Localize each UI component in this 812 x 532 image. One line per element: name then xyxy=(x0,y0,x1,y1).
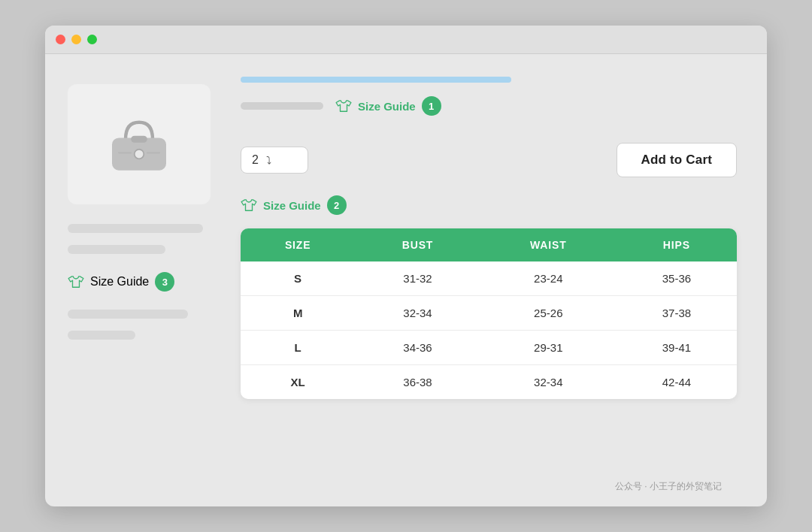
quantity-value: 2 xyxy=(252,153,259,167)
sidebar-size-guide-label: Size Guide xyxy=(90,275,149,289)
app-window: Size Guide 3 Size xyxy=(45,26,767,506)
table-row: S31-3223-2435-36 xyxy=(241,261,737,296)
cell-size: L xyxy=(241,331,355,365)
cell-hips: 37-38 xyxy=(617,296,737,331)
table-row: XL36-3832-3442-44 xyxy=(241,365,737,400)
table-row: L34-3629-3139-41 xyxy=(241,331,737,365)
size-guide-row-2[interactable]: Size Guide 2 xyxy=(241,195,737,215)
svg-point-2 xyxy=(135,150,144,159)
cell-bust: 32-34 xyxy=(355,296,480,331)
tshirt-icon-sidebar xyxy=(68,275,84,289)
cell-waist: 23-24 xyxy=(480,261,617,296)
cell-hips: 42-44 xyxy=(617,365,737,400)
progress-bar xyxy=(241,77,511,83)
maximize-dot[interactable] xyxy=(87,35,97,44)
sidebar: Size Guide 3 xyxy=(68,77,218,484)
skeleton-line xyxy=(241,102,323,110)
product-image xyxy=(68,84,211,204)
cell-size: XL xyxy=(241,365,355,400)
size-guide-label-2: Size Guide xyxy=(263,199,321,212)
cell-size: S xyxy=(241,261,355,296)
cell-hips: 35-36 xyxy=(617,261,737,296)
minimize-dot[interactable] xyxy=(71,35,81,44)
bag-icon xyxy=(105,114,173,174)
size-table: SIZE BUST WAIST HIPS S31-3223-2435-36M32… xyxy=(241,228,737,399)
content-area: Size Guide 3 Size xyxy=(45,54,767,506)
size-guide-badge-2: 2 xyxy=(327,195,347,215)
size-guide-label-1: Size Guide xyxy=(358,100,416,113)
cell-bust: 36-38 xyxy=(355,365,480,400)
size-guide-badge-1: 1 xyxy=(422,96,441,116)
chevron-down-icon: ⤵ xyxy=(266,154,271,166)
placeholder-line-4 xyxy=(68,331,135,340)
tshirt-icon-1 xyxy=(335,99,352,113)
sidebar-size-guide-badge: 3 xyxy=(155,272,174,292)
placeholder-line-2 xyxy=(68,245,165,254)
svg-rect-1 xyxy=(131,136,147,143)
close-dot[interactable] xyxy=(56,35,65,44)
tshirt-icon-2 xyxy=(241,198,257,212)
cell-waist: 29-31 xyxy=(480,331,617,365)
col-header-waist: WAIST xyxy=(480,228,617,261)
action-row: 2 ⤵ Add to Cart xyxy=(241,143,737,177)
cell-waist: 25-26 xyxy=(480,296,617,331)
cell-bust: 34-36 xyxy=(355,331,480,365)
cell-waist: 32-34 xyxy=(480,365,617,400)
cell-hips: 39-41 xyxy=(617,331,737,365)
placeholder-line-1 xyxy=(68,224,203,233)
top-skeleton-row: Size Guide 1 xyxy=(241,96,737,116)
add-to-cart-button[interactable]: Add to Cart xyxy=(617,143,737,177)
col-header-size: SIZE xyxy=(241,228,355,261)
main-content: Size Guide 1 2 ⤵ Add to Cart xyxy=(241,77,737,484)
table-header-row: SIZE BUST WAIST HIPS xyxy=(241,228,737,261)
col-header-hips: HIPS xyxy=(617,228,737,261)
cell-bust: 31-32 xyxy=(355,261,480,296)
cell-size: M xyxy=(241,296,355,331)
sidebar-size-guide[interactable]: Size Guide 3 xyxy=(68,272,218,292)
size-guide-row-1[interactable]: Size Guide 1 xyxy=(335,96,441,116)
titlebar xyxy=(45,26,767,54)
table-row: M32-3425-2637-38 xyxy=(241,296,737,331)
quantity-select[interactable]: 2 ⤵ xyxy=(241,147,308,174)
placeholder-line-3 xyxy=(68,310,188,319)
col-header-bust: BUST xyxy=(355,228,480,261)
